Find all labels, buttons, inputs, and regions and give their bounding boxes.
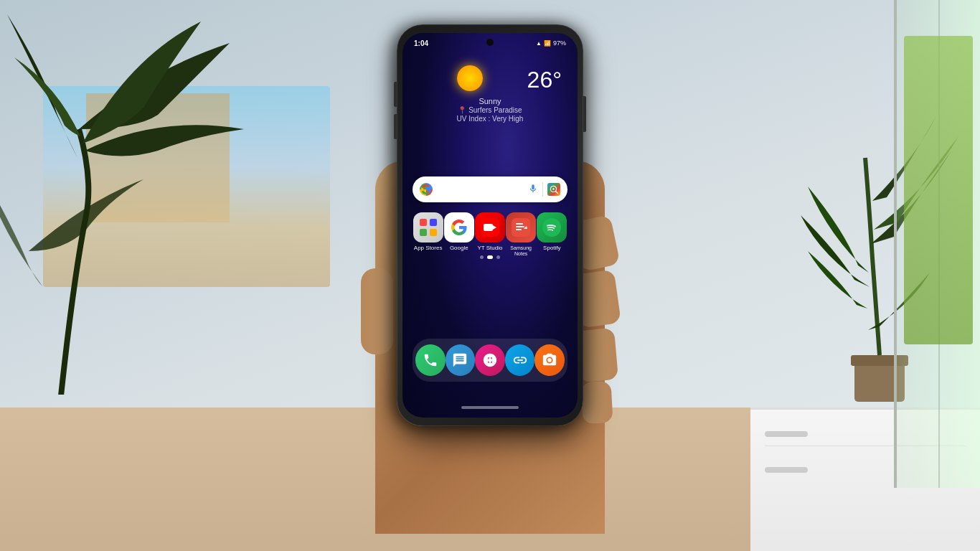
page-dot-2 xyxy=(487,255,493,259)
weather-widget: 26° Sunny 📍 Surfers Paradise UV Index : … xyxy=(418,65,562,123)
dock-messages-icon[interactable] xyxy=(446,344,476,376)
phone-body: 1:04 ▲ 📶 97% 26° Sunny 📍 Surfers Paradis… xyxy=(397,24,583,426)
app-item-app-stores[interactable]: App Stores xyxy=(413,212,443,252)
yt-studio-icon xyxy=(475,212,505,242)
app-item-yt-studio[interactable]: YT Studio xyxy=(475,212,505,252)
google-search-bar[interactable] xyxy=(413,176,567,202)
svg-rect-6 xyxy=(430,229,437,236)
hand-container: 1:04 ▲ 📶 97% 26° Sunny 📍 Surfers Paradis… xyxy=(303,17,677,534)
thumb xyxy=(361,268,393,354)
page-dot-3 xyxy=(496,255,500,259)
app-item-google[interactable]: Google xyxy=(444,212,474,252)
dock-link-icon[interactable] xyxy=(505,344,535,376)
spotify-label: Spotify xyxy=(543,245,560,252)
weather-location: 📍 Surfers Paradise xyxy=(418,106,562,114)
status-icons: ▲ 📶 97% xyxy=(536,39,566,47)
google-logo xyxy=(420,183,433,196)
dock xyxy=(413,339,567,382)
app-grid: App Stores Google xyxy=(413,212,567,256)
dock-camera-icon[interactable] xyxy=(534,344,565,376)
app-item-samsung-notes[interactable]: SamsungNotes xyxy=(506,212,536,256)
google-app-icon xyxy=(444,212,474,242)
svg-rect-3 xyxy=(420,219,427,226)
finger-4 xyxy=(581,381,613,424)
svg-rect-5 xyxy=(420,229,427,236)
yt-studio-label: YT Studio xyxy=(477,245,502,252)
signal-icon: 📶 xyxy=(544,40,551,47)
mic-icon[interactable] xyxy=(528,184,538,196)
weather-condition: Sunny xyxy=(418,97,562,105)
samsung-notes-icon xyxy=(506,212,536,242)
dock-galaxy-store-icon[interactable] xyxy=(475,344,505,376)
weather-sun-icon xyxy=(457,65,483,91)
page-dots xyxy=(480,255,500,259)
home-indicator[interactable] xyxy=(461,406,519,409)
phone-screen: 1:04 ▲ 📶 97% 26° Sunny 📍 Surfers Paradis… xyxy=(402,33,578,418)
wifi-icon: ▲ xyxy=(536,40,542,47)
page-dot-1 xyxy=(480,255,484,259)
weather-temperature: 26° xyxy=(527,67,562,93)
spotify-icon xyxy=(537,212,567,242)
search-divider xyxy=(542,182,543,197)
google-lens-icon[interactable] xyxy=(547,183,560,196)
app-item-spotify[interactable]: Spotify xyxy=(537,212,567,252)
samsung-notes-label: SamsungNotes xyxy=(510,245,532,256)
svg-rect-13 xyxy=(516,229,522,230)
window-right xyxy=(894,0,980,488)
svg-rect-8 xyxy=(484,224,493,231)
bg-building xyxy=(86,93,230,222)
battery-icon: 97% xyxy=(553,39,566,47)
front-camera xyxy=(486,39,494,46)
dock-phone-icon[interactable] xyxy=(415,344,446,376)
status-time: 1:04 xyxy=(414,39,428,47)
weather-uv-index: UV Index : Very High xyxy=(418,115,562,123)
svg-rect-12 xyxy=(516,226,524,227)
app-stores-icon xyxy=(413,212,443,242)
svg-rect-11 xyxy=(516,223,523,225)
power-button[interactable] xyxy=(583,96,586,132)
google-app-label: Google xyxy=(450,245,468,252)
app-stores-label: App Stores xyxy=(414,245,443,252)
volume-down-button[interactable] xyxy=(394,114,397,139)
volume-up-button[interactable] xyxy=(394,82,397,107)
svg-rect-4 xyxy=(430,219,437,226)
location-pin-icon: 📍 xyxy=(458,106,466,114)
